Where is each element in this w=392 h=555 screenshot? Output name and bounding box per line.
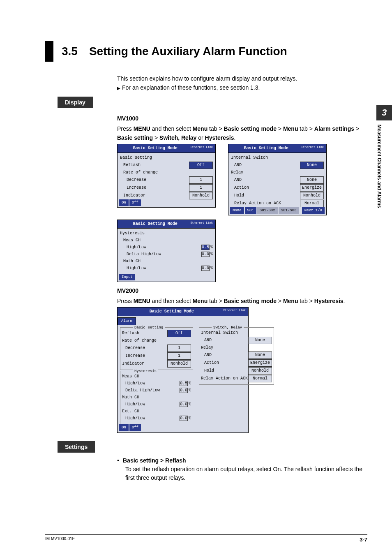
softkey-on[interactable]: On bbox=[119, 199, 129, 206]
decrease-field[interactable]: 1 bbox=[189, 176, 213, 184]
increase-field[interactable]: 1 bbox=[189, 184, 213, 192]
mv2-reflash-field[interactable]: Off bbox=[167, 330, 191, 337]
softkey-s01-s03[interactable]: S01-S03 bbox=[279, 207, 299, 214]
footer-doc-id: IM MV1000-01E bbox=[45, 536, 75, 543]
softkey-off[interactable]: Off bbox=[129, 199, 141, 206]
internal-and-field[interactable]: None bbox=[300, 162, 324, 169]
mv2-meas-hl-field[interactable]: 0.5 bbox=[180, 381, 188, 386]
mv1000-header: MV1000 bbox=[117, 114, 367, 123]
mv1000-basic-setting-screen: Basic Setting ModeEthernet Link Basic se… bbox=[117, 144, 216, 215]
mv2-indicator-field[interactable]: Nonhold bbox=[167, 360, 191, 368]
section-title-block: 3.5 Setting the Auxiliary Alarm Function bbox=[45, 41, 367, 62]
softkey-input[interactable]: Input bbox=[119, 274, 135, 280]
mv2-action-field[interactable]: Energize bbox=[248, 359, 272, 367]
settings-tab: Settings bbox=[58, 441, 95, 453]
section-title: 3.5 Setting the Auxiliary Alarm Function bbox=[62, 45, 287, 58]
mv2-hold-field[interactable]: Nonhold bbox=[248, 367, 272, 375]
mv2-ext-hl-field[interactable]: 0.0 bbox=[180, 416, 188, 421]
mv2-meas-dhl-field[interactable]: 0.0 bbox=[180, 388, 188, 393]
mv2-rack-field[interactable]: Normal bbox=[248, 375, 272, 382]
mv2000-header: MV2000 bbox=[117, 286, 367, 295]
relay-ack-field[interactable]: Normal bbox=[300, 200, 324, 207]
reflash-field[interactable]: Off bbox=[189, 162, 213, 169]
meas-highlow-field[interactable]: 0.5 bbox=[201, 245, 210, 250]
intro-line-2: For an explanation of these functions, s… bbox=[117, 83, 367, 92]
mv1000-instructions: Press MENU and then select Menu tab > Ba… bbox=[117, 124, 367, 143]
softkey-s01-s02[interactable]: S01-S02 bbox=[257, 207, 278, 214]
mv2-increase-field[interactable]: 1 bbox=[167, 352, 191, 360]
intro-line-1: This section explains how to configure a… bbox=[117, 74, 367, 83]
indicator-field[interactable]: Nonhold bbox=[189, 192, 213, 199]
footer-page-number: 3-7 bbox=[360, 536, 367, 543]
softkey-none[interactable]: None bbox=[230, 207, 244, 214]
setting-reflash-body: To set the reflash operation on alarm ou… bbox=[125, 465, 367, 482]
title-bar-icon bbox=[45, 41, 53, 62]
mv2-decrease-field[interactable]: 1 bbox=[167, 345, 191, 352]
page-footer: IM MV1000-01E 3-7 bbox=[45, 534, 367, 543]
mv1000-switch-relay-screen: Basic Setting ModeEthernet Link Internal… bbox=[228, 144, 327, 215]
mv2-softkey-on[interactable]: On bbox=[119, 424, 129, 431]
meas-delta-field[interactable]: 0.0 bbox=[201, 252, 210, 257]
relay-action-field[interactable]: Energize bbox=[300, 184, 324, 192]
mv2-int-and-field[interactable]: None bbox=[248, 337, 272, 344]
relay-and-field[interactable]: None bbox=[300, 176, 324, 184]
setting-reflash-title: •Basic setting > Reflash bbox=[117, 456, 367, 465]
mv2-math-hl-field[interactable]: 0.0 bbox=[180, 402, 188, 407]
math-highlow-field[interactable]: 0.0 bbox=[201, 266, 210, 271]
mv1000-hysteresis-screen: Basic Setting ModeEthernet Link Hysteres… bbox=[117, 220, 216, 282]
mv2-relay-and-field[interactable]: None bbox=[248, 352, 272, 359]
alarm-tab[interactable]: Alarm bbox=[118, 317, 136, 325]
mv2000-instructions: Press MENU and then select Menu tab > Ba… bbox=[117, 296, 367, 305]
softkey-s01[interactable]: S01 bbox=[245, 207, 256, 214]
mv2-softkey-off[interactable]: Off bbox=[129, 424, 141, 431]
softkey-next[interactable]: Next 1/8 bbox=[302, 207, 325, 214]
display-tab: Display bbox=[58, 97, 93, 108]
mv2000-screen: Basic Setting ModeEthernet Link Alarm Ba… bbox=[117, 307, 249, 432]
relay-hold-field[interactable]: Nonhold bbox=[300, 192, 324, 199]
